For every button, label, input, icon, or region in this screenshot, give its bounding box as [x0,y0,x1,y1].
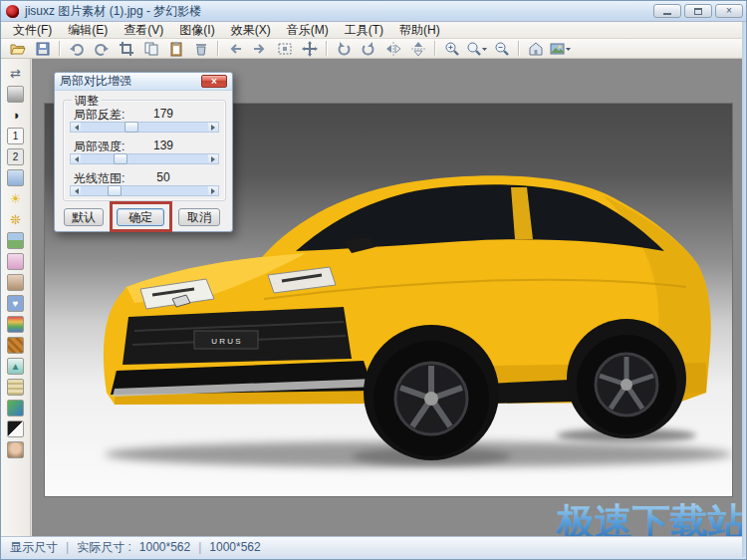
undo-icon [69,41,85,57]
undo-button[interactable] [66,40,87,58]
menu-effects[interactable]: 效果(X) [223,21,279,40]
close-button[interactable]: × [715,4,743,18]
tool-black-white-icon[interactable] [7,420,24,437]
default-button[interactable]: 默认 [64,208,104,226]
save-icon [35,41,51,57]
menu-tools[interactable]: 工具(T) [337,21,391,40]
next-image-button[interactable] [249,40,270,58]
slider-right-arrow[interactable] [208,154,218,163]
tool-landscape-icon[interactable] [7,232,24,249]
tool-swap-icon[interactable]: ⇄ [7,65,24,82]
slider-track[interactable] [81,186,208,195]
menu-image[interactable]: 图像(I) [171,21,222,40]
status-actual-size: 1000*562 [209,540,260,554]
app-rose-icon [6,5,19,18]
menu-help[interactable]: 帮助(H) [391,21,448,40]
contrast-slider[interactable] [70,122,219,133]
tool-sidebar: ⇄ ◑ 1 2 ☀ ❊ ♥ ▲ [1,59,31,536]
flip-vertical-icon [410,41,426,57]
home-button[interactable] [525,40,546,58]
previous-image-button[interactable] [224,40,245,58]
slider-thumb[interactable] [108,185,122,196]
tool-teal-photo-icon[interactable]: ▲ [7,358,24,375]
rotate-right-button[interactable] [358,40,378,58]
menu-edit[interactable]: 编辑(E) [60,21,116,40]
menu-music[interactable]: 音乐(M) [279,21,337,40]
window-frame-right [742,22,747,560]
move-cross-icon [302,41,318,57]
dialog-close-button[interactable]: × [201,75,227,88]
zoom-in-button[interactable] [441,40,462,58]
menu-view[interactable]: 查看(V) [116,21,171,40]
triangle-left-icon [72,125,79,131]
toolbar-separator [326,41,327,56]
maximize-button[interactable] [684,4,712,18]
light-range-slider[interactable] [70,185,219,196]
tool-sparkle-icon[interactable]: ❊ [7,211,24,228]
redo-button[interactable] [91,40,112,58]
grille-urus-text: U R U S [211,337,240,346]
tool-blue-photo-icon[interactable] [7,169,24,186]
slider-thumb[interactable] [114,153,127,164]
tool-heart-icon[interactable]: ♥ [7,295,24,312]
slider-thumb[interactable] [124,122,138,133]
slider-left-arrow[interactable] [71,154,81,163]
copy-button[interactable] [140,40,161,58]
tool-pink-frame-icon[interactable] [7,253,24,270]
tool-button-icon[interactable] [7,86,24,103]
fit-window-button[interactable] [274,40,295,58]
triangle-right-icon [211,125,218,131]
open-button[interactable] [7,40,28,58]
tool-frame1-icon[interactable]: 1 [7,128,24,144]
slider-left-arrow[interactable] [71,186,81,195]
triangle-right-icon [211,156,218,162]
triangle-left-icon [72,188,79,194]
tool-rainbow-icon[interactable] [7,316,24,333]
save-button[interactable] [32,40,53,58]
tool-lines-icon[interactable] [7,379,24,396]
zoom-dropdown-icon [466,41,487,57]
zoom-level-dropdown[interactable] [466,40,487,58]
strength-slider[interactable] [70,153,219,164]
slider-left-arrow[interactable] [71,123,81,132]
tool-tone-icon[interactable]: ◑ [7,107,24,124]
copy-icon [143,41,159,57]
dialog-title-bar[interactable]: 局部对比增强 × [55,73,232,91]
tool-sun-icon[interactable]: ☀ [7,190,24,207]
home-icon [528,41,544,57]
delete-button[interactable] [190,40,211,58]
slider-value-strength: 139 [141,139,185,152]
slider-track[interactable] [81,123,208,132]
paste-icon [168,41,184,57]
actual-size-button[interactable] [299,40,320,58]
selection-icon [277,41,293,57]
maximize-icon [694,8,702,15]
trash-icon [193,41,209,57]
flip-horizontal-button[interactable] [382,40,403,58]
tool-portrait-icon[interactable] [7,274,24,291]
status-display-size: 1000*562 [139,540,190,554]
zoom-out-button[interactable] [491,40,512,58]
tool-gradient-icon[interactable] [7,400,24,417]
tool-avatar-icon[interactable] [7,441,24,458]
triangle-right-icon [211,188,218,194]
red-annotation-rectangle [110,201,172,232]
crop-icon [119,41,134,57]
crop-button[interactable] [116,40,136,58]
flip-vertical-button[interactable] [407,40,428,58]
tool-texture-icon[interactable] [7,337,24,354]
rotate-left-button[interactable] [333,40,354,58]
close-icon: × [726,6,732,16]
title-bar: jisuxz 图片素材 (1).jpg - 梦幻影楼 × [1,1,747,22]
tool-frame2-icon[interactable]: 2 [7,148,24,165]
slider-value-contrast: 179 [141,107,185,121]
arrow-right-icon [252,41,268,57]
effects-dropdown[interactable] [550,40,571,58]
menu-file[interactable]: 文件(F) [5,21,60,40]
paste-button[interactable] [165,40,186,58]
slider-right-arrow[interactable] [208,186,218,195]
cancel-button[interactable]: 取消 [178,208,220,226]
slider-right-arrow[interactable] [208,123,218,132]
slider-track[interactable] [81,154,208,163]
minimize-button[interactable] [653,4,681,18]
